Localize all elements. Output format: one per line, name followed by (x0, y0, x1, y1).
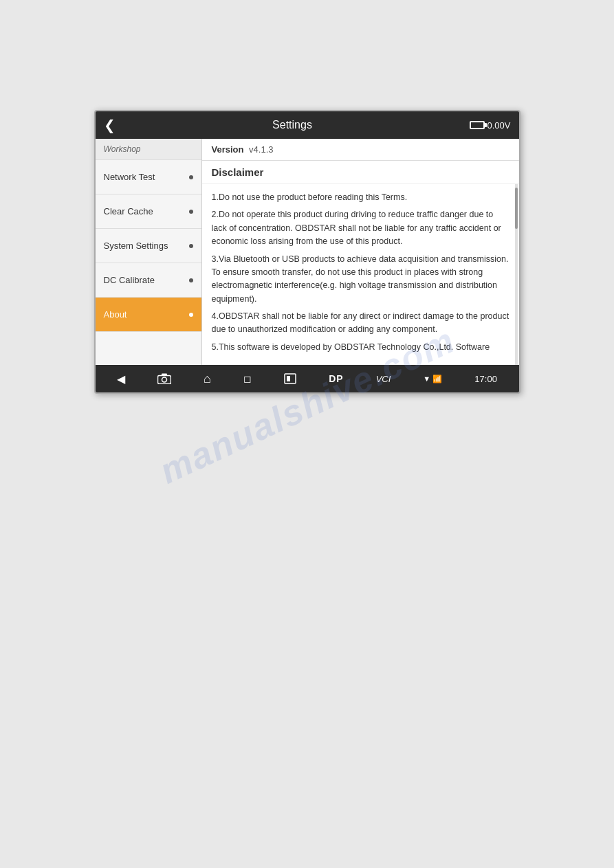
version-bar: Version v4.1.3 (202, 139, 519, 161)
network-test-label: Network Test (104, 172, 189, 182)
voltage-label: 0.00V (487, 120, 511, 131)
about-dot (189, 313, 193, 317)
disclaimer-line-4: 4.OBDSTAR shall not be liable for any di… (212, 310, 509, 337)
header-bar: ❮ Settings 0.00V (96, 111, 519, 139)
scrollbar-thumb[interactable] (515, 188, 518, 229)
device-screen: ❮ Settings 0.00V Workshop Network Test C… (94, 110, 520, 394)
version-label: Version (212, 144, 244, 155)
battery-icon (470, 121, 485, 129)
clear-cache-label: Clear Cache (104, 206, 189, 216)
disclaimer-line-5: 5.This software is developed by OBDSTAR … (212, 341, 509, 354)
dc-calibrate-label: DC Calibrate (104, 275, 189, 285)
version-value: v4.1.3 (249, 144, 273, 155)
vci-label[interactable]: VCI (376, 374, 391, 384)
dc-calibrate-dot (189, 278, 193, 282)
disclaimer-line-2: 2.Do not operate this product during dri… (212, 208, 509, 248)
sidebar-item-system-settings[interactable]: System Settings (96, 229, 201, 263)
sidebar-workshop-label: Workshop (96, 139, 201, 160)
back-nav-icon[interactable]: ◀ (117, 372, 125, 386)
disclaimer-title: Disclaimer (202, 161, 519, 184)
main-content: Workshop Network Test Clear Cache System… (96, 139, 519, 365)
system-settings-dot (189, 244, 193, 248)
dp-label[interactable]: DP (329, 373, 343, 384)
home-icon[interactable]: ⌂ (204, 372, 211, 386)
page-title: Settings (272, 119, 312, 131)
back-button[interactable]: ❮ (104, 117, 116, 133)
sidebar-item-about[interactable]: About (96, 298, 201, 332)
square-icon[interactable]: ◻ (243, 373, 252, 384)
settings-nav-icon[interactable] (284, 373, 296, 384)
clear-cache-dot (189, 210, 193, 214)
svg-rect-2 (162, 374, 167, 376)
sidebar: Workshop Network Test Clear Cache System… (96, 139, 202, 365)
battery-indicator: 0.00V (470, 120, 511, 131)
content-panel: Version v4.1.3 Disclaimer 1.Do not use t… (202, 139, 519, 365)
camera-icon[interactable] (157, 373, 171, 384)
network-test-dot (189, 175, 193, 179)
sidebar-item-network-test[interactable]: Network Test (96, 160, 201, 194)
sidebar-item-clear-cache[interactable]: Clear Cache (96, 194, 201, 229)
disclaimer-body: 1.Do not use the product before reading … (202, 184, 519, 365)
system-time: 17:00 (474, 374, 497, 384)
about-label: About (104, 309, 189, 320)
disclaimer-line-3: 3.Via Bluetooth or USB products to achie… (212, 253, 509, 307)
scrollbar-track (515, 184, 518, 365)
wifi-icon: ▼ 📶 (423, 375, 442, 383)
svg-rect-4 (287, 376, 290, 381)
svg-point-1 (162, 377, 167, 382)
sidebar-item-dc-calibrate[interactable]: DC Calibrate (96, 263, 201, 298)
system-settings-label: System Settings (104, 241, 189, 251)
bottom-nav-bar: ◀ ⌂ ◻ DP VCI ▼ 📶 17:00 (96, 365, 519, 392)
disclaimer-line-1: 1.Do not use the product before reading … (212, 191, 509, 204)
